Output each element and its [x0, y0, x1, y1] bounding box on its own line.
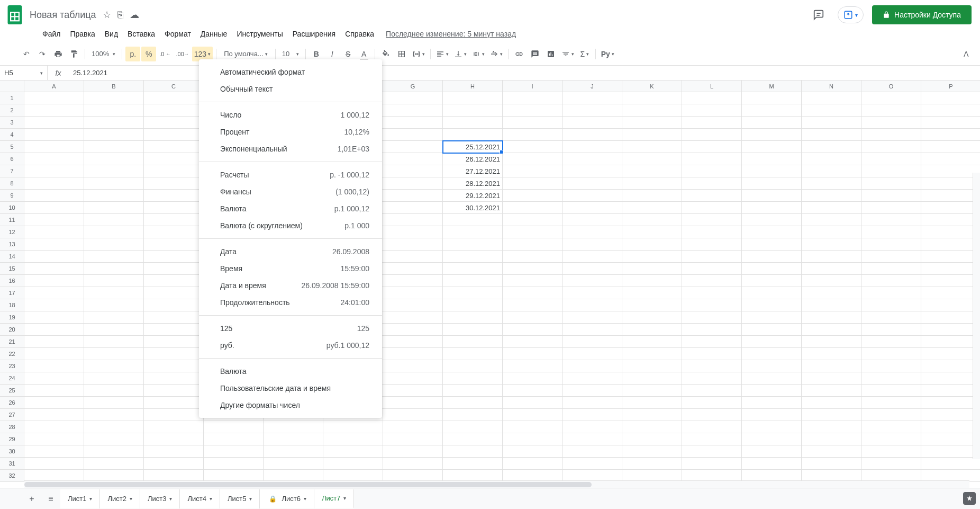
text-rotation-button[interactable] [488, 47, 505, 61]
cell[interactable] [622, 311, 682, 324]
cell[interactable] [443, 299, 503, 311]
cell[interactable] [622, 433, 682, 445]
cell[interactable] [921, 372, 980, 385]
cell[interactable] [24, 348, 84, 360]
menu-вид[interactable]: Вид [101, 28, 122, 40]
cell[interactable] [144, 458, 204, 470]
cell[interactable] [144, 433, 204, 445]
cell[interactable] [383, 238, 443, 251]
cell[interactable]: 29.12.2021 [443, 190, 503, 202]
cell[interactable] [682, 299, 742, 311]
cell[interactable] [84, 129, 144, 141]
cell[interactable] [84, 190, 144, 202]
cell[interactable] [84, 372, 144, 385]
cell[interactable] [562, 117, 622, 129]
cell[interactable] [921, 104, 980, 117]
cell[interactable] [383, 226, 443, 238]
cell[interactable] [742, 299, 802, 311]
cell[interactable] [24, 153, 84, 165]
cell[interactable] [861, 421, 921, 433]
cell[interactable] [24, 190, 84, 202]
cell[interactable] [742, 445, 802, 458]
col-header[interactable]: K [622, 81, 682, 92]
cell[interactable] [84, 397, 144, 409]
cell[interactable] [144, 129, 204, 141]
row-header[interactable]: 14 [0, 251, 24, 263]
cell[interactable] [861, 104, 921, 117]
cell[interactable] [204, 458, 264, 470]
cell[interactable] [682, 165, 742, 177]
row-header[interactable]: 26 [0, 397, 24, 409]
cell[interactable] [24, 287, 84, 299]
cell[interactable] [383, 129, 443, 141]
insert-comment-button[interactable] [528, 47, 542, 61]
cell[interactable] [84, 287, 144, 299]
cell[interactable] [24, 360, 84, 372]
cell[interactable] [84, 421, 144, 433]
cell[interactable] [562, 324, 622, 336]
cell[interactable] [443, 372, 503, 385]
cell[interactable] [24, 299, 84, 311]
cell[interactable] [622, 129, 682, 141]
cell[interactable] [503, 190, 562, 202]
cell[interactable] [443, 348, 503, 360]
row-header[interactable]: 6 [0, 153, 24, 165]
row-header[interactable]: 29 [0, 433, 24, 445]
cell[interactable] [562, 165, 622, 177]
col-header[interactable]: A [24, 81, 84, 92]
cell[interactable] [503, 165, 562, 177]
cell[interactable] [443, 117, 503, 129]
cell[interactable] [742, 348, 802, 360]
cell[interactable] [24, 385, 84, 397]
menu-расширения[interactable]: Расширения [288, 28, 340, 40]
cell[interactable] [682, 445, 742, 458]
borders-button[interactable] [394, 47, 409, 61]
row-header[interactable]: 21 [0, 336, 24, 348]
row-header[interactable]: 22 [0, 348, 24, 360]
cell[interactable] [144, 421, 204, 433]
decrease-decimal-button[interactable]: .0 ← [157, 47, 173, 61]
cell[interactable] [503, 287, 562, 299]
cloud-icon[interactable]: ☁ [130, 9, 139, 21]
cell[interactable] [682, 177, 742, 190]
cell[interactable] [861, 141, 921, 153]
cell[interactable] [562, 238, 622, 251]
cell[interactable] [503, 141, 562, 153]
cell[interactable] [742, 263, 802, 275]
cell[interactable] [622, 251, 682, 263]
cell[interactable] [443, 104, 503, 117]
cell[interactable]: 27.12.2021 [443, 165, 503, 177]
cell[interactable] [503, 409, 562, 421]
cell[interactable] [144, 287, 204, 299]
cell[interactable] [921, 92, 980, 104]
format-currency-button[interactable]: р. [125, 47, 140, 61]
cell[interactable] [562, 445, 622, 458]
cell[interactable] [443, 421, 503, 433]
cell[interactable] [861, 92, 921, 104]
cell[interactable] [861, 275, 921, 287]
cell[interactable] [144, 117, 204, 129]
cell[interactable] [682, 287, 742, 299]
cell[interactable] [861, 226, 921, 238]
cell[interactable] [622, 299, 682, 311]
cell[interactable] [742, 372, 802, 385]
cell[interactable] [323, 421, 383, 433]
cell[interactable] [264, 445, 323, 458]
cell[interactable] [383, 385, 443, 397]
format-option[interactable]: Процент10,12% [199, 123, 382, 140]
cell[interactable] [503, 92, 562, 104]
cell[interactable] [503, 226, 562, 238]
format-option[interactable]: Другие форматы чисел [199, 397, 382, 414]
cell[interactable] [24, 226, 84, 238]
cell[interactable] [742, 324, 802, 336]
menu-инструменты[interactable]: Инструменты [232, 28, 287, 40]
cell[interactable] [144, 177, 204, 190]
sheet-tab[interactable]: Лист4▾ [180, 489, 220, 508]
cell[interactable] [742, 202, 802, 214]
cell[interactable] [562, 409, 622, 421]
cell[interactable] [204, 421, 264, 433]
cell[interactable] [622, 238, 682, 251]
cell[interactable] [84, 177, 144, 190]
cell[interactable] [921, 117, 980, 129]
cell[interactable] [204, 433, 264, 445]
